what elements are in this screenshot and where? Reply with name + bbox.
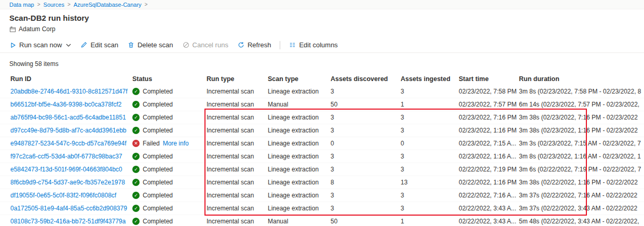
- start-time-cell: 02/23/2022, 1:16 A...: [459, 153, 519, 160]
- column-header-run-id[interactable]: Run ID: [10, 75, 132, 83]
- assets-discovered-cell: 3: [331, 127, 401, 134]
- start-time-cell: 02/23/2022, 7:57 PM: [459, 101, 519, 108]
- run-id-link[interactable]: ab765f94-bc98-56c1-acd5-6c4adbe11851: [10, 114, 132, 121]
- column-header-assets-ingested[interactable]: Assets ingested: [401, 75, 459, 83]
- status-cell: ✓Completed: [132, 88, 207, 95]
- run-id-link[interactable]: 0a172505-81e9-4af4-85a5-cc6b2d908379: [10, 205, 132, 212]
- status-completed-icon: ✓: [132, 166, 140, 173]
- status-cell: ✓Completed: [132, 153, 207, 160]
- column-header-status[interactable]: Status: [132, 75, 207, 83]
- table-row[interactable]: f97c2ca6-ccf5-53d4-ab0f-6778c98bac37✓Com…: [0, 150, 644, 163]
- column-header-run-type[interactable]: Run type: [207, 75, 268, 83]
- collection-icon: [9, 26, 16, 33]
- status-label: Failed: [143, 140, 160, 147]
- table-row[interactable]: 0a172505-81e9-4af4-85a5-cc6b2d908379✓Com…: [0, 202, 644, 215]
- assets-ingested-cell: 3: [401, 114, 459, 121]
- chevron-down-icon: [66, 44, 71, 47]
- run-id-link[interactable]: b66512bf-bf5e-4a36-9398-bc0ca378fcf2: [10, 101, 132, 108]
- refresh-button[interactable]: Refresh: [233, 38, 276, 52]
- play-icon: [10, 42, 16, 48]
- run-id-link[interactable]: 08108c73-59b2-416a-bb72-51df9f43779a: [10, 218, 132, 225]
- column-header-run-duration[interactable]: Run duration: [519, 75, 644, 83]
- status-label: Completed: [143, 166, 173, 173]
- edit-columns-icon: [289, 42, 296, 48]
- status-failed-icon: ✕: [132, 140, 140, 147]
- run-type-cell: Incremental scan: [207, 127, 268, 134]
- table-row[interactable]: d97cc49e-8d79-5d8b-af7c-ac4dd3961ebb✓Com…: [0, 124, 644, 137]
- run-type-cell: Incremental scan: [207, 114, 268, 121]
- edit-columns-button[interactable]: Edit columns: [284, 38, 342, 52]
- run-id-link[interactable]: e9487827-5234-547c-9ccb-d57ca769e94f: [10, 140, 132, 147]
- refresh-label: Refresh: [248, 41, 271, 49]
- table-row[interactable]: ab765f94-bc98-56c1-acd5-6c4adbe11851✓Com…: [0, 111, 644, 124]
- breadcrumb-link-source-name[interactable]: AzureSqlDatabase-Canary: [74, 2, 142, 8]
- scan-type-cell: Lineage extraction: [268, 114, 331, 121]
- table-row[interactable]: 8f6cb9d9-c754-5d37-ae9c-fb357e2e1978✓Com…: [0, 176, 644, 189]
- table-row[interactable]: e9487827-5234-547c-9ccb-d57ca769e94f✕Fai…: [0, 137, 644, 150]
- breadcrumb-link-data-map[interactable]: Data map: [9, 2, 34, 8]
- run-type-cell: Incremental scan: [207, 166, 268, 173]
- start-time-cell: 02/22/2022, 3:43 A...: [459, 218, 519, 225]
- table-header-row: Run ID Status Run type Scan type Assets …: [0, 73, 644, 85]
- account-name: Adatum Corp: [19, 25, 56, 33]
- start-time-cell: 02/22/2022, 1:16 PM: [459, 179, 519, 186]
- run-scan-now-label: Run scan now: [19, 41, 62, 49]
- start-time-cell: 02/23/2022, 7:15 A...: [459, 140, 519, 147]
- breadcrumb-separator-icon: >: [37, 2, 40, 7]
- run-duration-cell: 3m 37s (02/22/2022, 3:43 AM - 02/22/2022: [519, 205, 644, 212]
- start-time-cell: 02/23/2022, 7:58 PM: [459, 88, 519, 95]
- more-info-link[interactable]: More info: [163, 140, 189, 147]
- assets-discovered-cell: 3: [331, 192, 401, 199]
- run-id-link[interactable]: 20abdb8e-2746-46d1-9310-8c812571d47f: [10, 88, 132, 95]
- status-completed-icon: ✓: [132, 153, 140, 160]
- start-time-cell: 02/22/2022, 7:16 A...: [459, 192, 519, 199]
- scan-type-cell: Lineage extraction: [268, 166, 331, 173]
- assets-ingested-cell: 1: [401, 101, 459, 108]
- run-duration-cell: 3m 38s (02/23/2022, 1:16 PM - 02/23/2022: [519, 127, 644, 134]
- assets-discovered-cell: 3: [331, 153, 401, 160]
- run-duration-cell: 3m 8s (02/23/2022, 1:16 AM - 02/23/2022,…: [519, 153, 644, 160]
- run-duration-cell: 3m 38s (02/23/2022, 7:16 PM - 02/23/2022: [519, 114, 644, 121]
- column-header-assets-discovered[interactable]: Assets discovered: [331, 75, 401, 83]
- assets-ingested-cell: 0: [401, 140, 459, 147]
- pencil-icon: [80, 42, 87, 48]
- column-header-start-time[interactable]: Start time: [459, 75, 519, 83]
- status-cell: ✓Completed: [132, 166, 207, 173]
- table-row[interactable]: 08108c73-59b2-416a-bb72-51df9f43779a✓Com…: [0, 215, 644, 226]
- run-duration-cell: 3m 6s (02/22/2022, 7:19 PM - 02/22/2022,…: [519, 166, 644, 173]
- run-id-link[interactable]: e5842473-f13d-501f-969f-04663f804bc0: [10, 166, 132, 173]
- status-cell: ✓Completed: [132, 114, 207, 121]
- run-id-link[interactable]: f97c2ca6-ccf5-53d4-ab0f-6778c98bac37: [10, 153, 132, 160]
- edit-scan-button[interactable]: Edit scan: [76, 38, 122, 52]
- status-completed-icon: ✓: [132, 205, 140, 212]
- run-type-cell: Incremental scan: [207, 205, 268, 212]
- run-type-cell: Incremental scan: [207, 218, 268, 225]
- assets-ingested-cell: 3: [401, 88, 459, 95]
- assets-discovered-cell: 3: [331, 114, 401, 121]
- run-id-link[interactable]: 8f6cb9d9-c754-5d37-ae9c-fb357e2e1978: [10, 179, 132, 186]
- breadcrumb-link-sources[interactable]: Sources: [44, 2, 64, 8]
- start-time-cell: 02/23/2022, 1:16 PM: [459, 127, 519, 134]
- run-type-cell: Incremental scan: [207, 192, 268, 199]
- table-row[interactable]: 20abdb8e-2746-46d1-9310-8c812571d47f✓Com…: [0, 85, 644, 98]
- delete-scan-button[interactable]: Delete scan: [123, 38, 178, 52]
- column-header-scan-type[interactable]: Scan type: [268, 75, 331, 83]
- table-row[interactable]: e5842473-f13d-501f-969f-04663f804bc0✓Com…: [0, 163, 644, 176]
- run-scan-now-button[interactable]: Run scan now: [5, 38, 76, 52]
- status-completed-icon: ✓: [132, 218, 140, 225]
- assets-ingested-cell: 3: [401, 192, 459, 199]
- run-duration-cell: 3m 8s (02/23/2022, 7:58 PM - 02/23/2022,…: [519, 88, 644, 95]
- status-cell: ✓Completed: [132, 192, 207, 199]
- scan-type-cell: Lineage extraction: [268, 205, 331, 212]
- status-completed-icon: ✓: [132, 192, 140, 199]
- cancel-icon: [183, 42, 189, 48]
- start-time-cell: 02/22/2022, 7:19 PM: [459, 166, 519, 173]
- start-time-cell: 02/22/2022, 3:43 A...: [459, 205, 519, 212]
- table-row[interactable]: df19055f-0e65-5c0f-83f2-f096fc0808cf✓Com…: [0, 189, 644, 202]
- table-row[interactable]: b66512bf-bf5e-4a36-9398-bc0ca378fcf2✓Com…: [0, 98, 644, 111]
- run-id-link[interactable]: d97cc49e-8d79-5d8b-af7c-ac4dd3961ebb: [10, 127, 132, 134]
- status-cell: ✓Completed: [132, 218, 207, 225]
- run-id-link[interactable]: df19055f-0e65-5c0f-83f2-f096fc0808cf: [10, 192, 132, 199]
- scan-type-cell: Manual: [268, 101, 331, 108]
- assets-discovered-cell: 3: [331, 205, 401, 212]
